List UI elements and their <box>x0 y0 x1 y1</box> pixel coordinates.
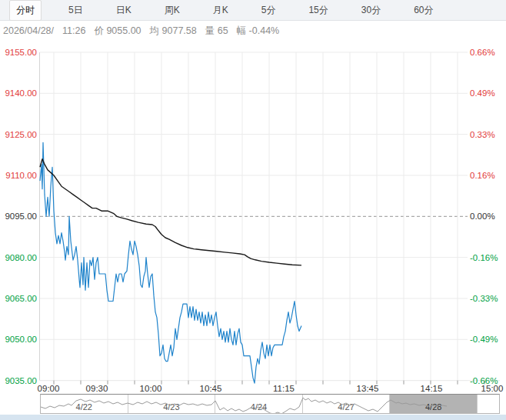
navigator-day-label: 4/27 <box>338 402 354 413</box>
avg-price-line <box>40 159 301 265</box>
y-axis-label-left: 9035.00 <box>5 376 37 385</box>
axis-labels: 9155.009140.009125.009110.009095.009080.… <box>5 48 503 393</box>
tab-15分[interactable]: 15分 <box>302 1 334 20</box>
tab-分时[interactable]: 分时 <box>9 0 42 21</box>
tab-60分[interactable]: 60分 <box>408 1 439 20</box>
navigator-day-4/22[interactable]: 4/22 <box>41 395 128 413</box>
intraday-chart-window: 分时5日日K周K月K5分15分30分60分 2026/04/28/ 11:26 … <box>0 0 506 420</box>
y-axis-label-right: -0.16% <box>470 253 498 262</box>
x-axis-label: 10:45 <box>200 384 222 393</box>
y-axis-label-left: 9095.00 <box>5 212 37 221</box>
x-axis-label: 09:00 <box>38 384 60 393</box>
gridlines <box>40 52 501 385</box>
y-axis-label-left: 9155.00 <box>5 48 37 57</box>
y-axis-label-right: 0.00% <box>470 212 495 221</box>
y-axis-label-right: 0.66% <box>470 48 495 57</box>
date-navigator[interactable]: 4/224/234/244/274/28 <box>40 394 500 414</box>
tab-月K[interactable]: 月K <box>207 1 235 20</box>
navigator-day-label: 4/28 <box>425 402 441 413</box>
tab-日K[interactable]: 日K <box>110 1 138 20</box>
y-axis-label-left: 9050.00 <box>5 335 37 344</box>
y-axis-label-left: 9125.00 <box>5 130 37 139</box>
quote-time: 11:26 <box>62 25 85 36</box>
navigator-day-4/24[interactable]: 4/24 <box>215 395 303 413</box>
tab-周K[interactable]: 周K <box>158 1 186 20</box>
navigator-day-label: 4/24 <box>251 402 267 413</box>
quote-infobar: 2026/04/28/ 11:26 价 9055.00 均 9077.58 量 … <box>0 22 506 40</box>
y-axis-label-left: 9065.00 <box>5 294 37 303</box>
tab-5日[interactable]: 5日 <box>62 1 89 20</box>
y-axis-label-left: 9140.00 <box>5 88 37 98</box>
x-axis-label: 11:15 <box>273 384 295 393</box>
y-axis-label-right: 0.33% <box>470 130 495 139</box>
quote-price: 价 9055.00 <box>94 25 141 38</box>
y-axis-label-left: 9080.00 <box>5 253 37 262</box>
horizontal-scrollbar-track[interactable] <box>0 415 506 420</box>
y-axis-label-right: 0.49% <box>470 88 495 98</box>
y-axis-label-right: -0.33% <box>470 294 498 303</box>
price-series <box>40 142 301 383</box>
x-axis-label: 10:00 <box>140 384 162 393</box>
quote-date: 2026/04/28/ <box>3 25 54 36</box>
x-axis-label: 13:45 <box>357 384 379 393</box>
x-axis-label: 09:30 <box>86 384 108 393</box>
quote-average: 均 9077.58 <box>150 25 197 38</box>
y-axis-label-left: 9110.00 <box>5 171 37 180</box>
quote-change-percent: 幅 -0.44% <box>237 25 280 38</box>
navigator-day-4/28[interactable]: 4/28 <box>390 395 478 413</box>
navigator-day-label: 4/23 <box>163 402 179 413</box>
y-axis-label-right: -0.49% <box>470 335 498 344</box>
quote-volume: 量 65 <box>205 25 228 38</box>
navigator-day-label: 4/22 <box>76 402 92 413</box>
y-axis-label-right: 0.16% <box>470 171 495 180</box>
x-axis-label: 14:15 <box>421 384 443 393</box>
navigator-day-4/23[interactable]: 4/23 <box>128 395 216 413</box>
price-line <box>40 142 301 383</box>
tab-5分[interactable]: 5分 <box>255 1 282 20</box>
navigator-empty-area <box>478 395 499 413</box>
tab-30分[interactable]: 30分 <box>355 1 387 20</box>
navigator-day-4/27[interactable]: 4/27 <box>303 395 391 413</box>
period-tabbar: 分时5日日K周K月K5分15分30分60分 <box>0 0 506 21</box>
x-axis-label: 15:00 <box>481 384 504 393</box>
intraday-plot-area[interactable]: 9155.009140.009125.009110.009095.009080.… <box>0 42 506 394</box>
